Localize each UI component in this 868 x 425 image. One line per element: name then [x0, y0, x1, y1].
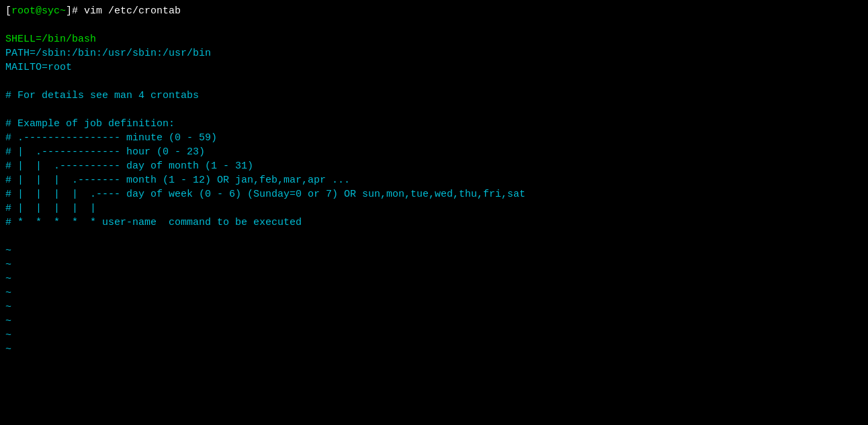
comment-hour: # | .------------- hour (0 - 23) — [5, 145, 863, 159]
prompt-bracket: [ — [5, 5, 11, 17]
prompt-bracket-close: ] — [66, 5, 72, 17]
tilde-3: ~ — [5, 272, 863, 286]
comment-pipes: # | | | | | — [5, 201, 863, 216]
tilde-4: ~ — [5, 286, 863, 300]
tilde-2: ~ — [5, 258, 863, 272]
tilde-5: ~ — [5, 300, 863, 314]
terminal-window: [root@syc~]# vim /etc/crontab SHELL=/bin… — [5, 4, 863, 425]
prompt-line: [root@syc~]# vim /etc/crontab — [5, 4, 863, 18]
shell-line: SHELL=/bin/bash — [5, 32, 863, 46]
shell-var-text: SHELL=/bin/bash — [5, 34, 96, 45]
blank-line-4 — [5, 230, 863, 244]
comment-dow: # | | | | .---- day of week (0 - 6) (Sun… — [5, 187, 863, 201]
tilde-1: ~ — [5, 244, 863, 258]
prompt-user: root@syc~ — [11, 5, 66, 17]
tilde-6: ~ — [5, 314, 863, 328]
comment-month: # | | | .------- month (1 - 12) OR jan,f… — [5, 173, 863, 187]
comment-minute: # .---------------- minute (0 - 59) — [5, 131, 863, 145]
blank-line-3 — [5, 103, 863, 117]
blank-line-1 — [5, 18, 863, 32]
tilde-8: ~ — [5, 342, 863, 357]
comment-dom: # | | .---------- day of month (1 - 31) — [5, 159, 863, 173]
comment-command: # * * * * * user-name command to be exec… — [5, 216, 863, 230]
path-line: PATH=/sbin:/bin:/usr/sbin:/usr/bin — [5, 46, 863, 60]
mailto-line: MAILTO=root — [5, 60, 863, 75]
blank-line-2 — [5, 75, 863, 89]
prompt-command: # vim /etc/crontab — [72, 5, 181, 17]
comment-details: # For details see man 4 crontabs — [5, 89, 863, 103]
tilde-7: ~ — [5, 328, 863, 342]
comment-example: # Example of job definition: — [5, 117, 863, 131]
